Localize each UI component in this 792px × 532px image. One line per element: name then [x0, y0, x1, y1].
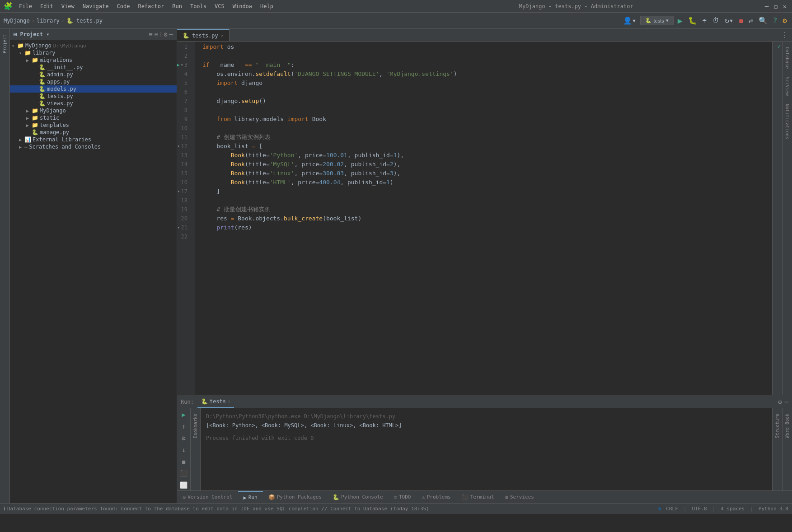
tree-item-static[interactable]: ▶ 📁 static — [10, 114, 177, 121]
tab-version-control[interactable]: ⊙ Version Control — [177, 491, 238, 503]
run-wrap-icon[interactable]: ⬛ — [179, 469, 188, 478]
fold-12[interactable]: ▾ — [177, 142, 180, 151]
menu-window[interactable]: Window — [229, 2, 256, 10]
tabs-more-button[interactable]: ⋮ — [781, 31, 788, 39]
project-minimize-icon[interactable]: ─ — [169, 31, 173, 38]
menu-view[interactable]: View — [58, 2, 78, 10]
minimize-button[interactable]: ─ — [763, 3, 770, 10]
menu-tools[interactable]: Tools — [187, 2, 210, 10]
run-play-button[interactable]: ▶ — [181, 410, 186, 419]
translate-button[interactable]: ⇄ — [747, 15, 755, 26]
run-config-button[interactable]: 🐍 tests ▾ — [640, 16, 673, 25]
tree-item-apps[interactable]: 🐍 apps.py — [10, 78, 177, 85]
vtab-notifications[interactable]: Notifications — [784, 100, 791, 143]
fold-3[interactable]: ▾ — [181, 61, 183, 70]
run-tab-close[interactable]: ✕ — [228, 399, 230, 404]
menu-help[interactable]: Help — [257, 2, 277, 10]
run-button[interactable]: ▶ — [676, 14, 684, 27]
tab-python-packages[interactable]: 📦 Python Packages — [263, 491, 327, 503]
coverage-button[interactable]: ☂ — [701, 15, 708, 26]
search-button[interactable]: 🔍 — [757, 15, 769, 26]
menu-refactor[interactable]: Refactor — [134, 2, 168, 10]
menu-code[interactable]: Code — [113, 2, 134, 10]
status-encoding[interactable]: UTF-8 — [692, 506, 707, 512]
tree-item-manage[interactable]: 🐍 manage.py — [10, 129, 177, 136]
tab-label-terminal: Terminal — [470, 494, 494, 500]
tab-close-tests[interactable]: ✕ — [221, 33, 224, 38]
tree-item-models[interactable]: 🐍 models.py — [10, 85, 177, 93]
status-crlf[interactable]: CRLF — [666, 506, 678, 512]
tree-label-manage: manage.py — [40, 129, 69, 135]
refresh-button[interactable]: ↻▾ — [723, 15, 735, 26]
tree-item-mydjango[interactable]: ▾ 📁 MyDjango D:\MyDjango — [10, 42, 177, 49]
restore-button[interactable]: ◻ — [772, 3, 779, 10]
menu-navigate[interactable]: Navigate — [79, 2, 112, 10]
tree-item-migrations[interactable]: ▶ 📁 migrations — [10, 56, 177, 64]
status-message[interactable]: Database connection parameters found: Co… — [7, 506, 429, 512]
tree-item-tests[interactable]: 🐍 tests.py — [10, 93, 177, 100]
tab-python-console[interactable]: 🐍 Python Console — [327, 491, 389, 503]
vtab-database[interactable]: Database — [784, 43, 791, 72]
tree-item-external[interactable]: ▶ 📊 External Libraries — [10, 136, 177, 143]
menu-vcs[interactable]: VCS — [211, 2, 228, 10]
menu-run[interactable]: Run — [169, 2, 186, 10]
tab-run[interactable]: ▶ Run — [238, 491, 263, 503]
project-settings-icon[interactable]: ⚙ — [164, 31, 167, 38]
editor-area: 🐍 tests.py ✕ ⋮ 1 2 ▶ ▾ 3 4 5 6 7 — [177, 29, 792, 503]
run-left-toolbar: ▶ ↑ ⚙ ↓ ◼ ⬛ ⬜ 🗑 — [177, 408, 191, 490]
structure-vtab[interactable]: Structure — [774, 410, 781, 442]
debug-button[interactable]: 🐛 — [687, 15, 698, 26]
run-pin-icon[interactable]: ⬜ — [179, 481, 188, 490]
status-indent[interactable]: 4 spaces — [721, 506, 745, 512]
tab-todo[interactable]: ☑ TODO — [389, 491, 417, 503]
run-minimize-icon[interactable]: ─ — [785, 398, 788, 406]
vtab-sciview[interactable]: SciView — [784, 73, 791, 99]
run-stop-button[interactable]: ◼ — [181, 457, 186, 466]
code-line-7: django.setup() — [202, 97, 772, 106]
settings-icon-btn[interactable]: ⚙ — [781, 15, 788, 26]
tree-item-scratches[interactable]: ▶ ✏ Scratches and Consoles — [10, 143, 177, 150]
run-scroll-down[interactable]: ↓ — [181, 445, 186, 454]
run-settings2-icon[interactable]: ⚙ — [181, 434, 186, 443]
help-icon-btn[interactable]: ? — [772, 15, 779, 26]
breadcrumb-library[interactable]: library — [37, 18, 60, 24]
run-scroll-up[interactable]: ↑ — [181, 422, 186, 431]
tree-item-templates[interactable]: ▶ 📁 templates — [10, 121, 177, 129]
run-output-line: [<Book: Python>, <Book: MySQL>, <Book: L… — [206, 421, 767, 430]
project-tab[interactable]: Project — [1, 31, 9, 57]
run-settings-icon[interactable]: ⚙ — [778, 398, 782, 406]
tab-tests-py[interactable]: 🐍 tests.py ✕ — [177, 29, 230, 41]
tree-item-mydjango-pkg[interactable]: ▶ 📁 MyDjango — [10, 107, 177, 114]
tree-item-init[interactable]: 🐍 __init__.py — [10, 64, 177, 71]
breadcrumb-project[interactable]: MyDjango — [4, 18, 30, 24]
tree-item-admin[interactable]: 🐍 admin.py — [10, 71, 177, 78]
profile-button[interactable]: ⏱ — [711, 15, 721, 26]
status-info-icon: ℹ — [4, 506, 5, 512]
run-content[interactable]: D:\Python\Python38\python.exe D:\MyDjang… — [201, 408, 772, 490]
user-icon[interactable]: 👤▾ — [622, 15, 638, 26]
menu-file[interactable]: File — [15, 2, 36, 10]
run-tab[interactable]: 🐍 tests ✕ — [197, 396, 234, 408]
tab-services[interactable]: ⚙ Services — [500, 491, 539, 503]
tab-problems[interactable]: ⚠ Problems — [416, 491, 456, 503]
titlebar: 🧩 File Edit View Navigate Code Refactor … — [0, 0, 792, 13]
fold-21[interactable]: ▾ — [177, 223, 180, 232]
close-button[interactable]: ✕ — [781, 3, 788, 10]
project-collapse-icon[interactable]: ⊟ — [155, 31, 158, 38]
menu-edit[interactable]: Edit — [37, 2, 57, 10]
run-config-label: tests — [653, 18, 664, 23]
bookmarks-vtab[interactable]: Bookmarks — [192, 410, 199, 442]
breadcrumb-file[interactable]: 🐍 tests.py — [66, 18, 103, 24]
tree-item-views[interactable]: 🐍 views.py — [10, 100, 177, 107]
stop-button[interactable]: ◼ — [737, 15, 745, 26]
fold-17[interactable]: ▾ — [177, 187, 180, 196]
status-python[interactable]: Python 3.8 — [759, 506, 788, 512]
word-wrap-vtab[interactable]: Word Book — [784, 410, 791, 442]
tab-terminal[interactable]: ⬛ Terminal — [456, 491, 500, 503]
project-dots-icon[interactable]: ⁝ — [160, 31, 162, 38]
gutter-13: 13 — [177, 151, 191, 160]
structure-panel: Structure — [772, 408, 782, 490]
project-layout-icon[interactable]: ≡ — [149, 31, 152, 38]
code-content[interactable]: import os if __name__ == "__main__": os.… — [195, 42, 772, 395]
tree-item-library[interactable]: ▾ 📁 library — [10, 49, 177, 56]
